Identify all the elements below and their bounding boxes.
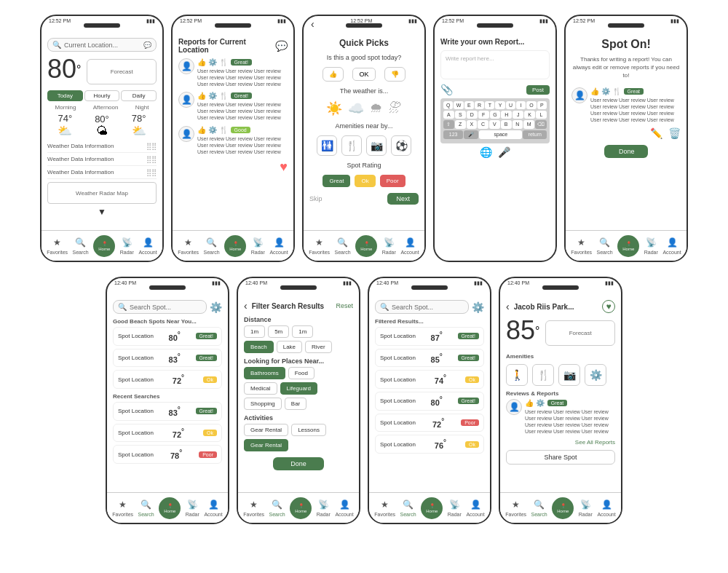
mic-icon[interactable]: 🎤 <box>498 146 510 158</box>
nav-account[interactable]: 👤 Account <box>597 499 615 517</box>
nav-search[interactable]: 🔍 Search <box>269 499 285 517</box>
key-mic[interactable]: 🎤 <box>464 130 478 139</box>
nav-favorites[interactable]: ★ Favorites <box>571 237 592 255</box>
dist-5m[interactable]: 5m <box>268 325 289 338</box>
thumbs-down-btn[interactable]: 👎 <box>384 67 405 82</box>
nav-search[interactable]: 🔍 Search <box>204 237 220 255</box>
nav-account[interactable]: 👤 Account <box>400 237 419 255</box>
rain-icon[interactable]: 🌧 <box>370 100 383 116</box>
ok-btn[interactable]: OK <box>352 68 375 81</box>
search-bar-filtered[interactable]: 🔍 Search Spot... <box>375 300 469 314</box>
key-g[interactable]: G <box>490 111 501 119</box>
filtered-spot-3[interactable]: Spot Location 74° Ok <box>375 370 484 389</box>
key-x[interactable]: X <box>467 120 478 129</box>
nav-radar[interactable]: 📡 Radar <box>448 499 462 517</box>
done-btn[interactable]: Done <box>604 145 648 158</box>
nav-favorites[interactable]: ★ Favorites <box>178 237 199 255</box>
amenity-restroom[interactable]: 🚻 <box>317 135 337 156</box>
nav-search[interactable]: 🔍 Search <box>138 499 154 517</box>
type-beach[interactable]: Beach <box>244 341 274 353</box>
nearby-spot-3[interactable]: Spot Location 72° Ok <box>113 370 222 389</box>
nav-favorites[interactable]: ★ Favorites <box>505 499 526 517</box>
nav-search[interactable]: 🔍 Search <box>597 237 613 255</box>
key-space[interactable]: space <box>479 130 522 139</box>
key-b[interactable]: B <box>501 120 512 129</box>
key-j[interactable]: J <box>513 111 523 119</box>
near-shopping[interactable]: Shopping <box>244 398 282 410</box>
key-123[interactable]: 123 <box>443 130 463 139</box>
near-bar[interactable]: Bar <box>285 398 306 410</box>
edit-icon[interactable]: ✏️ <box>650 127 662 139</box>
nav-radar[interactable]: 📡 Radar <box>579 499 593 517</box>
nav-search[interactable]: 🔍 Search <box>73 237 89 255</box>
key-v[interactable]: V <box>489 120 500 129</box>
nav-favorites[interactable]: ★ Favorites <box>112 499 133 517</box>
filter-icon[interactable]: ⚙️ <box>472 301 484 313</box>
key-e[interactable]: E <box>464 101 474 109</box>
see-all-reports[interactable]: See All Reports <box>506 439 615 446</box>
dist-1m-2[interactable]: 1m <box>292 325 313 338</box>
key-u[interactable]: U <box>506 101 515 109</box>
search-bar-weather[interactable]: 🔍 Current Location... 💬 <box>47 38 157 52</box>
key-p[interactable]: P <box>537 101 547 109</box>
back-arrow[interactable]: ‹ <box>506 301 510 312</box>
nav-search[interactable]: 🔍 Search <box>400 499 416 517</box>
key-t[interactable]: T <box>485 101 494 109</box>
nav-home[interactable]: 📍 Home <box>355 235 377 257</box>
key-n[interactable]: N <box>513 120 523 129</box>
key-y[interactable]: Y <box>495 101 505 109</box>
filter-icon[interactable]: ⚙️ <box>210 301 222 313</box>
type-river[interactable]: River <box>305 341 332 353</box>
key-k[interactable]: K <box>524 111 535 119</box>
key-f[interactable]: F <box>478 111 489 119</box>
nav-home[interactable]: 📍 Home <box>159 497 181 519</box>
act-gear-rental[interactable]: Gear Rental <box>244 424 288 436</box>
nav-account[interactable]: 👤 Account <box>269 237 288 255</box>
attachment-icon[interactable]: 📎 <box>440 84 453 95</box>
skip-btn[interactable]: Skip <box>309 195 323 202</box>
key-shift[interactable]: ⇧ <box>443 120 454 129</box>
nearby-spot-1[interactable]: Spot Location 80° Great! <box>113 327 222 346</box>
nav-account[interactable]: 👤 Account <box>466 499 484 517</box>
nav-favorites[interactable]: ★ Favorites <box>47 237 68 255</box>
rating-poor[interactable]: Poor <box>380 175 405 187</box>
amenity-sports[interactable]: ⚽ <box>391 135 411 156</box>
filtered-spot-6[interactable]: Spot Location 76° Ok <box>375 435 484 454</box>
nav-radar[interactable]: 📡 Radar <box>317 499 331 517</box>
nav-radar[interactable]: 📡 Radar <box>251 237 265 255</box>
nav-home[interactable]: 📍 Home <box>617 235 639 257</box>
key-z[interactable]: Z <box>455 120 466 129</box>
sun-icon[interactable]: ☀️ <box>326 100 342 116</box>
search-bar-home[interactable]: 🔍 Search Spot... <box>113 300 207 314</box>
key-c[interactable]: C <box>478 120 488 129</box>
expand-arrow[interactable]: ▼ <box>47 207 157 217</box>
filtered-spot-1[interactable]: Spot Location 87° Great! <box>375 327 484 346</box>
bookmark-icon[interactable]: ♥ <box>602 300 615 313</box>
thunder-icon[interactable]: ⛈ <box>389 100 402 116</box>
delete-icon[interactable]: 🗑️ <box>668 127 681 139</box>
amenity-food[interactable]: 🍴 <box>341 135 362 156</box>
key-l[interactable]: L <box>536 111 547 119</box>
tab-today[interactable]: Today <box>47 90 83 101</box>
nearby-spot-2[interactable]: Spot Location 83° Great! <box>113 349 222 368</box>
nav-search[interactable]: 🔍 Search <box>335 237 351 255</box>
key-r[interactable]: R <box>475 101 484 109</box>
thumbs-up-btn[interactable]: 👍 <box>323 67 344 82</box>
key-w[interactable]: W <box>454 101 463 109</box>
nav-home[interactable]: 📍 Home <box>421 497 443 519</box>
nav-home[interactable]: 📍 Home <box>290 497 312 519</box>
recent-spot-1[interactable]: Spot Location 83° Great! <box>113 402 222 421</box>
rating-ok[interactable]: Ok <box>355 175 375 187</box>
back-arrow[interactable]: ‹ <box>311 18 314 30</box>
key-backspace[interactable]: ⌫ <box>535 120 547 129</box>
nav-favorites[interactable]: ★ Favorites <box>374 499 395 517</box>
back-arrow[interactable]: ‹ <box>244 300 248 312</box>
tab-daily[interactable]: Daily <box>121 90 157 101</box>
near-medical[interactable]: Medical <box>244 382 277 395</box>
nav-radar[interactable]: 📡 Radar <box>120 237 134 255</box>
nav-account[interactable]: 👤 Account <box>138 237 157 255</box>
amenity-camera[interactable]: 📷 <box>366 135 387 156</box>
nav-radar[interactable]: 📡 Radar <box>644 237 658 255</box>
key-h[interactable]: H <box>501 111 512 119</box>
near-food[interactable]: Food <box>288 367 314 379</box>
